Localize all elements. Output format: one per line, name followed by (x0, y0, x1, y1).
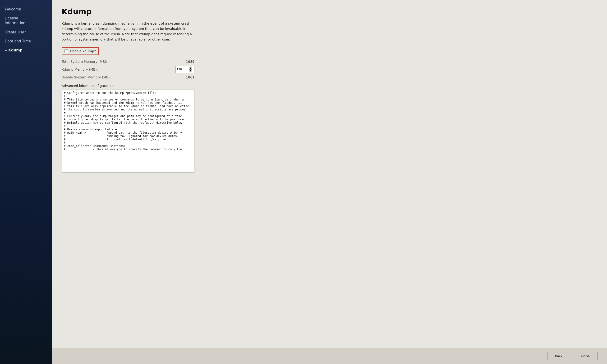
usable-memory-value: 1861 (175, 75, 194, 79)
sidebar-item-welcome[interactable]: Welcome (0, 5, 52, 14)
sidebar-kdump-label: Kdump (8, 48, 22, 52)
spinner-up-button[interactable]: ▲ (189, 66, 192, 69)
enable-kdump-label[interactable]: Enable kdump? (70, 49, 96, 53)
kdump-memory-spinner[interactable]: ▲ ▼ (175, 66, 194, 73)
total-memory-label: Total System Memory (MB): (62, 60, 175, 64)
kdump-memory-row: Kdump Memory (MB): ▲ ▼ (62, 66, 194, 73)
sidebar-createuser-label: Create User (5, 30, 26, 34)
footer: Back Finish (52, 348, 607, 364)
page-title: Kdump (62, 7, 597, 16)
sidebar: Welcome LicenseInformation Create User D… (0, 0, 52, 364)
sidebar-datetime-label: Date and Time (5, 39, 31, 43)
sidebar-welcome-label: Welcome (5, 7, 21, 11)
kdump-description: Kdump is a kernel crash dumping mechanis… (62, 21, 194, 42)
usable-memory-label: Usable System Memory (MB): (62, 75, 175, 79)
finish-button[interactable]: Finish (573, 352, 597, 360)
back-button[interactable]: Back (547, 352, 570, 360)
kdump-memory-input[interactable] (177, 67, 188, 71)
memory-table: Total System Memory (MB): 1989 Kdump Mem… (62, 60, 194, 79)
enable-kdump-checkbox[interactable] (65, 49, 68, 53)
usable-memory-row: Usable System Memory (MB): 1861 (62, 75, 194, 79)
total-memory-value: 1989 (175, 60, 194, 64)
total-memory-row: Total System Memory (MB): 1989 (62, 60, 194, 64)
sidebar-item-create-user[interactable]: Create User (0, 28, 52, 37)
kdump-memory-label: Kdump Memory (MB): (62, 67, 175, 71)
config-textarea[interactable] (62, 90, 194, 172)
sidebar-item-date-time[interactable]: Date and Time (0, 37, 52, 46)
config-textarea-container (62, 90, 194, 172)
kdump-arrow-icon: ▶ (5, 49, 7, 52)
sidebar-item-license[interactable]: LicenseInformation (0, 14, 52, 28)
spinner-down-button[interactable]: ▼ (189, 69, 192, 72)
spinner-buttons: ▲ ▼ (189, 66, 192, 72)
enable-kdump-container: Enable kdump? (62, 47, 99, 55)
advanced-config-label: Advanced kdump configuration (62, 84, 597, 88)
sidebar-license-label: LicenseInformation (5, 16, 25, 25)
sidebar-item-kdump[interactable]: ▶ Kdump (0, 46, 52, 55)
main-content-area: Kdump Kdump is a kernel crash dumping me… (52, 0, 607, 364)
